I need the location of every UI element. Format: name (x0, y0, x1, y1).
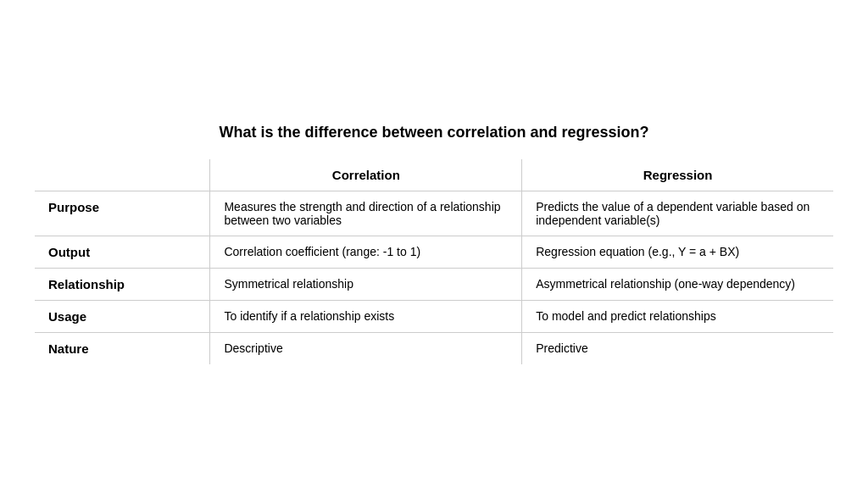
row-correlation-usage: To identify if a relationship exists (210, 300, 522, 332)
row-correlation-purpose: Measures the strength and direction of a… (210, 191, 522, 236)
row-label-output: Output (35, 236, 210, 268)
row-label-purpose: Purpose (35, 191, 210, 236)
row-label-nature: Nature (35, 332, 210, 364)
table-row: Relationship Symmetrical relationship As… (35, 268, 834, 300)
header-regression: Regression (522, 158, 834, 191)
row-regression-output: Regression equation (e.g., Y = a + BX) (522, 236, 834, 268)
row-correlation-output: Correlation coefficient (range: -1 to 1) (210, 236, 522, 268)
row-regression-nature: Predictive (522, 332, 834, 364)
header-correlation: Correlation (210, 158, 522, 191)
header-empty (35, 158, 210, 191)
row-correlation-relationship: Symmetrical relationship (210, 268, 522, 300)
page-title: What is the difference between correlati… (219, 124, 648, 141)
comparison-table: Correlation Regression Purpose Measures … (34, 158, 834, 365)
table-row: Output Correlation coefficient (range: -… (35, 236, 834, 268)
row-regression-relationship: Asymmetrical relationship (one-way depen… (522, 268, 834, 300)
row-label-relationship: Relationship (35, 268, 210, 300)
row-correlation-nature: Descriptive (210, 332, 522, 364)
table-header-row: Correlation Regression (35, 158, 834, 191)
table-row: Nature Descriptive Predictive (35, 332, 834, 364)
table-row: Usage To identify if a relationship exis… (35, 300, 834, 332)
table-row: Purpose Measures the strength and direct… (35, 191, 834, 236)
row-label-usage: Usage (35, 300, 210, 332)
row-regression-purpose: Predicts the value of a dependent variab… (522, 191, 834, 236)
row-regression-usage: To model and predict relationships (522, 300, 834, 332)
